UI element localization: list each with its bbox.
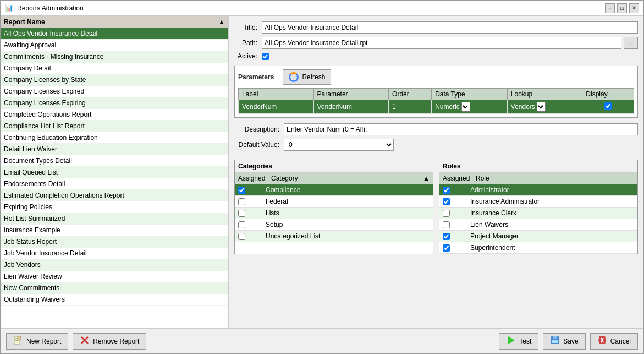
col-label: Label bbox=[239, 89, 314, 100]
roles-list: AdministratorInsurance AdministratorInsu… bbox=[439, 184, 637, 254]
list-item[interactable]: Compliance bbox=[235, 184, 433, 196]
category-assigned-checkbox[interactable] bbox=[238, 210, 245, 217]
list-item[interactable]: Federal bbox=[235, 196, 433, 208]
list-item[interactable]: Insurance Administrator bbox=[439, 196, 637, 208]
list-item[interactable]: Detail Lien Waiver bbox=[1, 144, 228, 155]
list-item[interactable]: Superintendent bbox=[439, 242, 637, 254]
remove-report-button[interactable]: Remove Report bbox=[73, 333, 146, 350]
list-item[interactable]: Endorsements Detail bbox=[1, 178, 228, 190]
minimize-button[interactable]: ─ bbox=[605, 3, 615, 13]
list-item[interactable]: Estimated Completion Operations Report bbox=[1, 190, 228, 201]
display-checkbox[interactable] bbox=[604, 102, 612, 110]
roles-col-assigned: Assigned bbox=[443, 175, 476, 182]
list-item[interactable]: Document Types Detail bbox=[1, 155, 228, 167]
title-bar: 📊 Reports Administration ─ □ ✕ bbox=[1, 1, 643, 16]
datatype-select[interactable] bbox=[461, 102, 470, 112]
active-row: Active: bbox=[234, 52, 638, 60]
maximize-button[interactable]: □ bbox=[617, 3, 627, 13]
close-button[interactable]: ✕ bbox=[629, 3, 639, 13]
list-item[interactable]: Email Queued List bbox=[1, 167, 228, 178]
list-item[interactable]: Uncategorized List bbox=[235, 231, 433, 242]
description-label: Description: bbox=[234, 126, 284, 133]
col-display: Display bbox=[582, 89, 634, 100]
list-item[interactable]: New Commitments bbox=[1, 282, 228, 294]
list-item[interactable]: Insurance Clerk bbox=[439, 208, 637, 219]
list-item[interactable]: Lien Waiver Review bbox=[1, 271, 228, 282]
list-item[interactable]: Expiring Policies bbox=[1, 201, 228, 213]
category-assigned-checkbox[interactable] bbox=[238, 221, 245, 228]
right-panel: Title: Path: ... Active: Parameters bbox=[229, 16, 643, 328]
list-item[interactable]: Continuing Education Expiration bbox=[1, 132, 228, 144]
window-controls: ─ □ ✕ bbox=[605, 3, 639, 13]
params-toolbar: Parameters Refresh bbox=[238, 69, 634, 85]
categories-header: Assigned Category ▲ bbox=[235, 173, 433, 184]
list-item[interactable]: Company Licenses Expiring bbox=[1, 97, 228, 109]
category-name: Lists bbox=[266, 209, 279, 217]
list-item[interactable]: Lists bbox=[235, 208, 433, 219]
list-item[interactable]: All Ops Vendor Insurance Detail bbox=[1, 28, 228, 40]
cat-col-category: Category bbox=[271, 175, 423, 182]
list-item[interactable]: Administrator bbox=[439, 184, 637, 196]
path-input[interactable] bbox=[262, 37, 621, 49]
save-label: Save bbox=[563, 337, 578, 345]
list-item[interactable]: Company Detail bbox=[1, 63, 228, 74]
param-display bbox=[582, 100, 634, 114]
roles-section-label: Roles bbox=[439, 160, 637, 173]
list-item[interactable]: Lien Waivers bbox=[439, 219, 637, 231]
col-order: Order bbox=[389, 89, 432, 100]
test-button[interactable]: Test bbox=[499, 333, 538, 350]
title-label: Title: bbox=[234, 24, 262, 31]
cancel-icon bbox=[597, 335, 607, 347]
save-button[interactable]: Save bbox=[543, 333, 585, 350]
list-item[interactable]: Job Status Report bbox=[1, 236, 228, 248]
bottom-right-actions: Test Save Cancel bbox=[499, 333, 638, 350]
refresh-button[interactable]: Refresh bbox=[283, 69, 331, 85]
lookup-select[interactable] bbox=[537, 102, 546, 112]
role-assigned-checkbox[interactable] bbox=[443, 221, 450, 228]
category-assigned-checkbox[interactable] bbox=[238, 198, 245, 205]
list-item[interactable]: Outstanding Waivers bbox=[1, 294, 228, 306]
list-item[interactable]: Insurance Example bbox=[1, 225, 228, 236]
list-item[interactable]: Commitments - Missing Insurance bbox=[1, 51, 228, 63]
list-item[interactable]: Job Vendors bbox=[1, 259, 228, 271]
list-item[interactable]: Company Licenses by State bbox=[1, 74, 228, 86]
cat-col-assigned: Assigned bbox=[238, 175, 271, 182]
params-table: Label Parameter Order Data Type Lookup D… bbox=[238, 88, 634, 114]
list-item[interactable]: Job Vendor Insurance Detail bbox=[1, 248, 228, 259]
role-assigned-checkbox[interactable] bbox=[443, 210, 450, 217]
category-name: Uncategorized List bbox=[266, 232, 320, 240]
new-report-icon bbox=[13, 335, 23, 347]
list-item[interactable]: Completed Operations Report bbox=[1, 109, 228, 121]
save-icon bbox=[550, 335, 560, 347]
browse-button[interactable]: ... bbox=[624, 37, 638, 49]
list-item[interactable]: Hot List Summarized bbox=[1, 213, 228, 225]
list-item[interactable]: Compliance Hot List Report bbox=[1, 121, 228, 132]
table-row[interactable]: VendorNum VendorNum 1 Numeric Vendors bbox=[239, 100, 634, 114]
remove-report-icon bbox=[80, 335, 90, 347]
main-content: Report Name ▲ All Ops Vendor Insurance D… bbox=[1, 16, 643, 328]
role-assigned-checkbox[interactable] bbox=[443, 233, 450, 240]
list-item[interactable]: Company Licenses Expired bbox=[1, 86, 228, 97]
role-name: Insurance Administrator bbox=[470, 198, 540, 205]
cancel-button[interactable]: Cancel bbox=[590, 333, 638, 350]
test-label: Test bbox=[519, 337, 531, 345]
role-assigned-checkbox[interactable] bbox=[443, 244, 450, 252]
category-assigned-checkbox[interactable] bbox=[238, 233, 245, 240]
role-assigned-checkbox[interactable] bbox=[443, 187, 450, 194]
default-value-select[interactable]: 0 bbox=[284, 139, 394, 151]
col-datatype: Data Type bbox=[432, 89, 508, 100]
role-assigned-checkbox[interactable] bbox=[443, 198, 450, 205]
categories-list: ComplianceFederalListsSetupUncategorized… bbox=[235, 184, 433, 242]
list-item[interactable]: Project Manager bbox=[439, 231, 637, 242]
title-input[interactable] bbox=[262, 21, 638, 34]
new-report-button[interactable]: New Report bbox=[6, 333, 68, 350]
category-assigned-checkbox[interactable] bbox=[238, 187, 245, 194]
list-item[interactable]: Setup bbox=[235, 219, 433, 231]
path-label: Path: bbox=[234, 39, 262, 47]
param-parameter: VendorNum bbox=[313, 100, 389, 114]
report-list[interactable]: All Ops Vendor Insurance DetailAwaiting … bbox=[1, 28, 228, 328]
description-input[interactable] bbox=[284, 123, 638, 135]
active-checkbox[interactable] bbox=[262, 53, 269, 60]
list-item[interactable]: Awaiting Approval bbox=[1, 40, 228, 51]
param-datatype: Numeric bbox=[432, 100, 508, 114]
